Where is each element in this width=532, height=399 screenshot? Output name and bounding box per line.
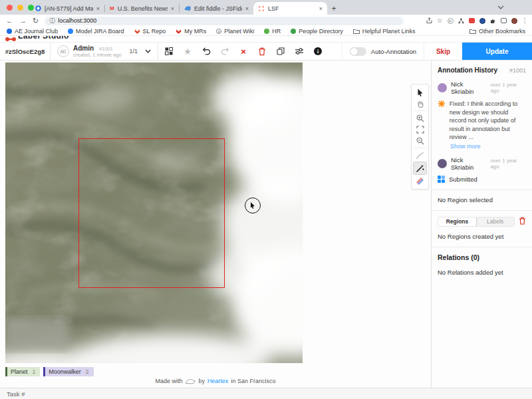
tab-search-chevron-icon[interactable] <box>497 5 504 9</box>
annotation-history-title: Annotation History <box>438 66 497 74</box>
back-icon[interactable]: ← <box>6 17 13 25</box>
bookmark-helpful-planet-links[interactable]: Helpful Planet Links <box>353 28 416 35</box>
brush-tool[interactable] <box>413 150 427 161</box>
undo-button[interactable] <box>201 47 211 56</box>
bookmark-ae-journal-club[interactable]: AE Journal Club <box>7 28 58 35</box>
submitted-icon <box>438 176 445 183</box>
close-window-button[interactable] <box>7 5 13 11</box>
new-tab-button[interactable]: + <box>327 2 340 15</box>
skip-button[interactable]: Skip <box>424 43 462 60</box>
settings-sliders-button[interactable] <box>295 47 304 56</box>
zoom-out-tool[interactable] <box>413 135 427 146</box>
tab-label: LSF <box>268 5 316 12</box>
made-with-footer: Made with by Heartex in San Francisco <box>0 378 431 384</box>
show-more-link[interactable]: Show more <box>450 143 526 150</box>
bookmark-label: AE Journal Club <box>15 28 58 35</box>
magic-wand-tool[interactable] <box>413 162 427 175</box>
delete-annotation-button[interactable] <box>257 47 267 56</box>
copy-annotation-button[interactable] <box>276 47 285 56</box>
close-tab-icon[interactable]: × <box>319 5 323 12</box>
info-button[interactable]: i <box>313 47 323 56</box>
auto-annotation-toggle[interactable] <box>350 47 366 56</box>
tab-jira-magic-wand[interactable]: [AN-5779] Add Magic Wand fu × <box>31 2 104 15</box>
select-tool[interactable] <box>413 86 427 98</box>
annotation-toolbar: #zSlOscE2g8 AD Admin #1001 created, 1 mi… <box>0 42 532 61</box>
annotation-workspace: Planet 1 Moonwalker 2 Made with by Heart… <box>0 61 431 388</box>
address-bar[interactable]: ⓘ localhost:3000 <box>45 17 404 25</box>
view-all-annotations-button[interactable] <box>164 47 174 56</box>
delete-regions-button[interactable] <box>519 217 526 226</box>
relations-title: Relations (0) <box>438 253 526 261</box>
tab-gmail-benefits[interactable]: M U.S. Benefits News - Open Enr × <box>105 2 179 15</box>
extensions-puzzle-icon[interactable] <box>490 18 496 24</box>
tab-label: U.S. Benefits News - Open Enr <box>118 5 168 12</box>
bookmark-hr[interactable]: HR <box>264 28 281 35</box>
bookmark-sl-repo[interactable]: SL Repo <box>134 28 166 35</box>
annotation-selector[interactable]: AD Admin #1001 created, 1 minute ago 1/1 <box>51 43 158 60</box>
bookmark-label: Other Bookmarks <box>479 28 525 35</box>
chevron-down-icon[interactable] <box>145 49 151 53</box>
extension-blue-icon[interactable] <box>479 18 485 24</box>
tag-label: Moonwalker <box>49 368 81 375</box>
tab-label: [AN-5779] Add Magic Wand fu <box>45 5 93 12</box>
history-entry[interactable]: Nick Skriabin over 1 year ago <box>438 156 526 171</box>
bookmark-icon <box>264 29 269 34</box>
window-controls <box>7 5 34 11</box>
bookmark-planet-wiki[interactable]: pPlanet Wiki <box>216 28 254 35</box>
bookmark-model-jira-board[interactable]: Model JIRA Board <box>68 28 124 35</box>
zoom-in-tool[interactable] <box>413 112 427 124</box>
close-tab-icon[interactable]: × <box>171 5 174 12</box>
divider <box>432 190 532 190</box>
update-button[interactable]: Update <box>462 43 532 60</box>
close-tab-icon[interactable]: × <box>245 5 249 12</box>
browser-menu-icon[interactable]: ⋮ <box>522 17 529 24</box>
extension-tree-icon[interactable] <box>458 18 464 24</box>
extension-red-icon[interactable] <box>469 18 475 23</box>
rectangle-region[interactable] <box>78 138 225 288</box>
tab-jsfiddle[interactable]: Edit fiddle - JSFiddle - Code P × <box>180 2 253 15</box>
share-icon[interactable] <box>426 17 432 24</box>
reload-icon[interactable]: ↻ <box>33 17 39 25</box>
magic-wand-cursor <box>245 198 261 213</box>
browser-window: [AN-5779] Add Magic Wand fu × M U.S. Ben… <box>0 0 532 399</box>
image-canvas[interactable] <box>5 63 303 363</box>
tab-labels[interactable]: Labels <box>476 217 514 226</box>
extension-p-icon[interactable]: p <box>448 18 454 24</box>
bookmark-my-mrs[interactable]: My MRs <box>176 28 206 35</box>
close-tab-icon[interactable]: × <box>96 5 100 12</box>
tab-regions[interactable]: Regions <box>438 217 477 227</box>
gitlab-icon <box>176 29 182 34</box>
submitted-label: Submitted <box>449 176 477 183</box>
profile-avatar[interactable] <box>511 18 517 24</box>
bookmark-star-icon[interactable]: ☆ <box>437 17 443 24</box>
label-tag-moonwalker[interactable]: Moonwalker 2 <box>43 367 93 376</box>
label-tag-planet[interactable]: Planet 1 <box>5 367 40 376</box>
other-bookmarks[interactable]: Other Bookmarks <box>469 28 525 35</box>
tab-lsf-active[interactable]: LSF × <box>253 2 327 15</box>
pan-tool[interactable] <box>413 98 427 109</box>
fit-to-screen-tool[interactable] <box>413 124 427 135</box>
task-label: Task # <box>7 390 25 398</box>
heartex-link[interactable]: Heartex <box>207 378 229 384</box>
label-studio-logo-text: Label Studio <box>18 36 69 41</box>
minimize-window-button[interactable] <box>17 5 23 11</box>
history-comment: Fixed: I think according to new design w… <box>438 100 526 142</box>
bookmark-icon <box>7 29 12 34</box>
auto-annotation-group: Auto-Annotation <box>342 43 424 60</box>
no-region-selected-text: No Region selected <box>438 196 526 203</box>
sidebar-panel-icon[interactable] <box>501 18 507 23</box>
pointer-icon <box>250 202 255 209</box>
redo-button[interactable] <box>220 47 229 56</box>
ground-truth-star-button[interactable]: ★ <box>183 47 192 56</box>
task-id: #zSlOscE2g8 <box>0 43 51 60</box>
gitlab-icon <box>134 29 140 34</box>
eraser-tool[interactable] <box>413 176 427 187</box>
reset-button[interactable]: × <box>239 47 248 56</box>
forward-icon[interactable]: → <box>19 17 27 25</box>
history-entry[interactable]: Nick Skriabin over 1 year ago <box>438 80 526 95</box>
site-info-icon[interactable]: ⓘ <box>49 17 55 25</box>
bookmark-people-directory[interactable]: People Directory <box>291 28 343 35</box>
tab-strip: [AN-5779] Add Magic Wand fu × M U.S. Ben… <box>0 0 532 15</box>
tag-label: Planet <box>11 368 28 375</box>
auto-annotation-label: Auto-Annotation <box>371 48 416 55</box>
